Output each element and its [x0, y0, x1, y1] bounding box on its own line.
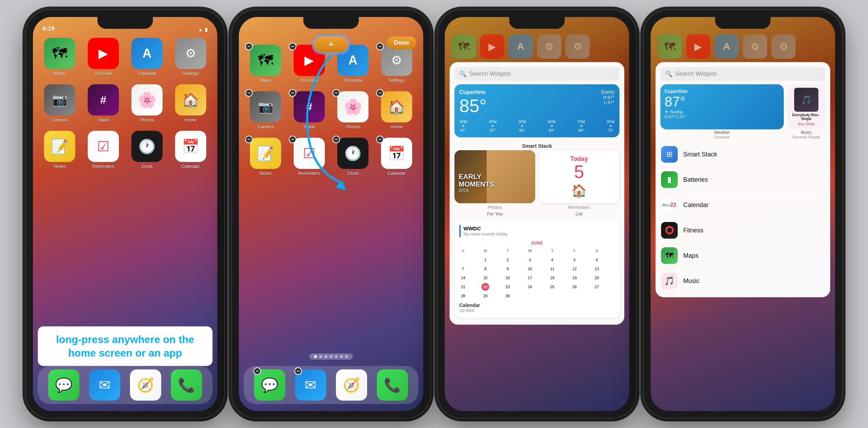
cal-week5: 28 29 30 [459, 292, 615, 300]
notch-3 [509, 17, 565, 29]
done-button[interactable]: Done [387, 36, 416, 49]
youtube-icon[interactable]: ▶ [88, 38, 119, 69]
music-note-icon: 🎵 [801, 95, 811, 105]
weather-small-4[interactable]: Cupertino 87° ☀ Sunny H:87° L:57° [660, 84, 784, 129]
widget-panel-3[interactable]: 🔍 Search Widgets Cupertino 85° Sunny H:8… [450, 62, 624, 325]
remove-reminders[interactable]: − [289, 136, 296, 143]
app-camera[interactable]: 📷 Camera [40, 84, 79, 122]
h3-icon: ☀ [518, 124, 526, 128]
remove-messages-dock[interactable]: − [253, 367, 261, 375]
remove-settings[interactable]: − [376, 43, 384, 50]
settings-icon[interactable]: ⚙ [175, 38, 206, 69]
dock2-phone[interactable]: 📞 [377, 369, 408, 401]
ws-cond: Sunny [670, 109, 683, 114]
remove-notes[interactable]: − [245, 136, 253, 143]
notes-icon[interactable]: 📝 [44, 131, 75, 162]
h1-time: 3PM [459, 120, 467, 124]
app-settings[interactable]: ⚙ Settings [171, 38, 210, 76]
wl-maps[interactable]: 🗺 Maps [656, 243, 830, 268]
wl-batteries[interactable]: ▮ Batteries [656, 167, 830, 192]
wl-smartstack[interactable]: ⊞ Smart Stack [656, 142, 830, 167]
dock-safari[interactable]: 🧭 [130, 369, 161, 401]
calendar-accent [459, 225, 461, 237]
dock-messages[interactable]: 💬 [48, 369, 79, 401]
safari-dock-icon[interactable]: 🧭 [130, 369, 161, 401]
dock2-messages[interactable]: − 💬 [254, 369, 285, 401]
wl-calendar[interactable]: Mon 22 Calendar [656, 192, 830, 218]
dock-mail[interactable]: ✉ [89, 369, 120, 401]
maps-icon-2[interactable]: 🗺 [250, 45, 281, 76]
dock2-safari[interactable]: 🧭 [336, 369, 367, 401]
remove-calendar[interactable]: − [376, 136, 384, 143]
camera-icon[interactable]: 📷 [44, 84, 75, 115]
wl-music[interactable]: 🎵 Music [656, 268, 830, 294]
slack-icon-2[interactable]: # [294, 91, 325, 122]
app2-photos[interactable]: − 🌸 Photos [333, 91, 373, 129]
app-calendar[interactable]: 📅 Calendar [171, 131, 210, 169]
app-home[interactable]: 🏠 Home [171, 84, 210, 122]
photos-icon[interactable]: 🌸 [131, 84, 163, 115]
music-small-4[interactable]: 🎵 Everybody Rise - Single Amy Shark [787, 84, 825, 129]
app2-camera[interactable]: − 📷 Camera [246, 91, 285, 129]
app-translate[interactable]: A Translate [127, 38, 167, 76]
widget-search-3[interactable]: 🔍 Search Widgets [454, 67, 619, 81]
mail-dock-icon[interactable]: ✉ [89, 369, 120, 401]
reminders-icon[interactable]: ☑ [88, 131, 119, 162]
notes-icon-2[interactable]: 📝 [250, 138, 281, 169]
clock-icon-2[interactable]: 🕐 [337, 138, 368, 169]
remove-maps[interactable]: − [245, 43, 253, 50]
weather-widget-3[interactable]: Cupertino 85° Sunny H:87° L:57° 3PM☀87° … [454, 84, 619, 137]
wl-fitness[interactable]: ⭕ Fitness [656, 218, 830, 243]
remove-youtube[interactable]: − [289, 43, 296, 50]
calendar-icon[interactable]: 📅 [175, 131, 206, 162]
app-photos[interactable]: 🌸 Photos [127, 84, 167, 122]
clock-icon[interactable]: 🕐 [131, 131, 163, 162]
remove-mail-dock[interactable]: − [294, 367, 302, 375]
app2-settings[interactable]: − ⚙ Settings [377, 45, 416, 83]
app-youtube[interactable]: ▶ YouTube [84, 38, 123, 76]
remove-home[interactable]: − [376, 89, 384, 97]
widget-search-4[interactable]: 🔍 Search Widgets [660, 67, 825, 81]
maps-icon[interactable]: 🗺 [44, 38, 75, 69]
app2-maps[interactable]: − 🗺 Maps [246, 45, 285, 83]
reminders-icon-2[interactable]: ☑ [294, 138, 325, 169]
safari-dock-icon-2[interactable]: 🧭 [336, 369, 367, 401]
home-icon[interactable]: 🏠 [175, 84, 206, 115]
app2-notes[interactable]: − 📝 Notes [246, 138, 285, 176]
app2-clock[interactable]: − 🕐 Clock [333, 138, 373, 176]
camera-icon-2[interactable]: 📷 [250, 91, 281, 122]
app2-reminders[interactable]: − ☑ Reminders [289, 138, 329, 176]
app-maps[interactable]: 🗺 Maps [40, 38, 79, 76]
dock2-mail[interactable]: − ✉ [295, 369, 326, 401]
reminders-widget-sub: List [539, 210, 619, 216]
calendar-icon-2[interactable]: 📅 [381, 138, 412, 169]
messages-dock-icon[interactable]: 💬 [48, 369, 79, 401]
app2-slack[interactable]: − # Slack [289, 91, 329, 129]
translate-icon[interactable]: A [131, 38, 163, 69]
music-title-4: Everybody Rise - Single [791, 113, 822, 121]
app-clock[interactable]: 🕐 Clock [127, 131, 167, 169]
app2-calendar[interactable]: − 📅 Calendar [377, 138, 416, 176]
photos-icon-2[interactable]: 🌸 [337, 91, 368, 122]
dock-phone[interactable]: 📞 [171, 369, 202, 401]
calendar-widget-3[interactable]: WWDC No more events today JUNE S M T W T… [454, 220, 619, 318]
phone-dock-icon[interactable]: 📞 [171, 369, 202, 401]
ch-t: T [504, 247, 512, 255]
photos-widget-3[interactable]: EARLYMOMENTS 2018 [454, 150, 535, 203]
remove-slack[interactable]: − [289, 89, 296, 97]
slack-icon[interactable]: # [88, 84, 119, 115]
app2-home[interactable]: − 🏠 Home [377, 91, 416, 129]
app-notes[interactable]: 📝 Notes [40, 131, 79, 169]
remove-photos[interactable]: − [332, 89, 340, 97]
app-reminders[interactable]: ☑ Reminders [84, 131, 123, 169]
remove-clock[interactable]: − [332, 136, 340, 143]
reminders-widget-3[interactable]: Today 5 🏠 [539, 150, 619, 203]
app-slack[interactable]: # Slack [84, 84, 123, 122]
widget-panel-4[interactable]: 🔍 Search Widgets Cupertino 87° ☀ Sunny [656, 62, 830, 297]
remove-camera[interactable]: − [245, 89, 253, 97]
settings-icon-2[interactable]: ⚙ [381, 45, 412, 76]
page-dots-2 [239, 353, 423, 360]
add-widget-button[interactable]: + [314, 36, 348, 52]
home-icon-2[interactable]: 🏠 [381, 91, 412, 122]
phone-dock-icon-2[interactable]: 📞 [377, 369, 408, 401]
